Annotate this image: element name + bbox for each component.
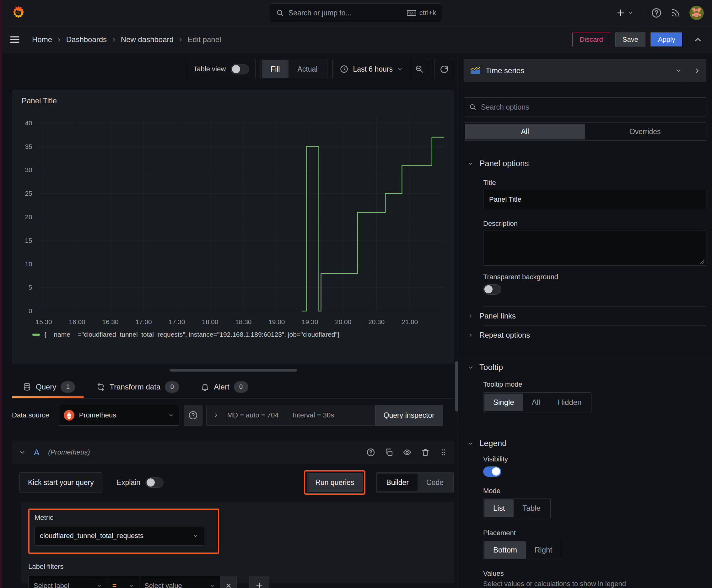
legend-visibility-label: Visibility [483, 455, 706, 463]
query-help-icon[interactable] [366, 448, 375, 457]
legend-mode-label: Mode [483, 487, 706, 495]
legend-mode-list[interactable]: List [484, 499, 514, 517]
filter-tab-all[interactable]: All [465, 124, 585, 140]
time-range-button[interactable]: Last 6 hours [333, 59, 410, 79]
code-option[interactable]: Code [417, 474, 452, 491]
transparent-background-toggle[interactable] [483, 284, 501, 295]
query-row-header[interactable]: A (Prometheus) [12, 441, 454, 464]
news-icon[interactable] [671, 8, 681, 18]
legend-placement-bottom[interactable]: Bottom [484, 541, 526, 559]
tooltip-single-option[interactable]: Single [484, 394, 523, 411]
chart-legend: {__name__="cloudflared_tunnel_total_requ… [33, 331, 450, 338]
add-menu-button[interactable] [616, 8, 633, 17]
tab-transform-count: 0 [165, 381, 179, 393]
filter-tab-overrides[interactable]: Overrides [585, 124, 706, 140]
query-inspector-button[interactable]: Query inspector [375, 405, 443, 426]
tooltip-section-header[interactable]: Tooltip [468, 362, 706, 372]
kick-start-button[interactable]: Kick start your query [19, 472, 102, 492]
discard-button[interactable]: Discard [572, 32, 610, 47]
add-filter-button[interactable] [249, 576, 269, 588]
visualization-value: Time series [486, 66, 524, 75]
breadcrumb-new-dashboard[interactable]: New dashboard [121, 35, 174, 44]
legend-mode-table[interactable]: Table [514, 499, 549, 517]
tab-alert[interactable]: Alert 0 [190, 375, 259, 398]
x-tick-label: 17:00 [135, 318, 152, 326]
x-tick-label: 17:30 [169, 318, 185, 326]
time-series-chart[interactable]: 15:3016:0016:3017:0017:3018:0018:3019:00… [17, 113, 450, 330]
apply-button[interactable]: Apply [650, 32, 683, 47]
remove-filter-button[interactable] [220, 576, 237, 588]
datasource-help-button[interactable] [184, 405, 202, 426]
breadcrumb-dashboards[interactable]: Dashboards [66, 35, 107, 44]
resize-handle-icon[interactable] [699, 258, 705, 264]
select-value-dropdown[interactable]: Select value [139, 576, 220, 588]
search-options-input[interactable]: Search options [464, 97, 706, 117]
chevron-right-icon [694, 67, 701, 74]
options-sidebar: Time series Search options All Overrides [459, 53, 712, 588]
chevron-right-icon [468, 313, 474, 319]
tab-alert-count: 0 [234, 381, 248, 393]
drag-query-icon[interactable] [439, 448, 447, 456]
legend-section-header[interactable]: Legend [468, 439, 706, 448]
duplicate-query-icon[interactable] [385, 448, 393, 457]
tab-query-label: Query [36, 383, 56, 391]
user-avatar[interactable] [689, 6, 704, 20]
query-ref-id[interactable]: A [34, 447, 39, 457]
vertical-scrollbar[interactable] [455, 361, 458, 412]
table-view-toggle[interactable] [231, 64, 249, 75]
window-edge [0, 0, 2, 588]
legend-series-marker[interactable] [33, 334, 40, 336]
repeat-options-section[interactable]: Repeat options [468, 326, 706, 344]
legend-visibility-toggle[interactable] [483, 466, 501, 477]
tab-transform-data[interactable]: Transform data 0 [86, 375, 190, 398]
panel-title[interactable]: Panel Title [17, 97, 450, 105]
title-field-input[interactable] [483, 190, 706, 209]
fill-option[interactable]: Fill [262, 60, 288, 78]
chevron-down-icon[interactable] [19, 449, 26, 456]
refresh-button[interactable] [434, 59, 454, 79]
panel-options-header[interactable]: Panel options [468, 159, 706, 168]
y-tick-label: 25 [25, 190, 32, 197]
query-editor: A (Prometheus) [12, 441, 454, 583]
description-field-textarea[interactable] [483, 231, 706, 266]
run-queries-button[interactable]: Run queries [307, 473, 363, 492]
metric-select[interactable]: cloudflared_tunnel_total_requests [35, 526, 204, 546]
zoom-out-button[interactable] [410, 59, 429, 79]
select-label-dropdown[interactable]: Select label [28, 576, 107, 588]
datasource-picker[interactable]: Prometheus [58, 405, 180, 426]
query-toolbar: Kick start your query Explain Run querie… [12, 470, 454, 495]
help-icon[interactable] [651, 7, 662, 18]
hide-query-icon[interactable] [403, 448, 412, 457]
grafana-logo-icon[interactable] [11, 5, 26, 21]
legend-series-label[interactable]: {__name__="cloudflared_tunnel_total_requ… [44, 331, 340, 338]
query-options-bar[interactable]: MD = auto = 704 Interval = 30s Query ins… [206, 405, 443, 426]
actual-option[interactable]: Actual [288, 60, 326, 78]
tab-query[interactable]: Query 1 [12, 375, 86, 398]
y-tick-label: 20 [25, 213, 32, 220]
description-field-label: Description [483, 219, 706, 228]
y-tick-label: 5 [28, 284, 33, 291]
panel-resize-handle[interactable] [170, 369, 297, 372]
tooltip-hidden-option[interactable]: Hidden [549, 394, 590, 411]
visualization-select[interactable]: Time series [464, 59, 688, 82]
explain-toggle[interactable] [145, 478, 164, 488]
breadcrumb-home[interactable]: Home [32, 35, 52, 44]
save-button[interactable]: Save [615, 32, 645, 47]
tooltip-all-option[interactable]: All [523, 394, 549, 411]
time-series-viz-icon [470, 67, 481, 75]
legend-placement-right[interactable]: Right [526, 541, 561, 559]
builder-option[interactable]: Builder [377, 474, 417, 491]
global-search[interactable]: Search or jump to... ctrl+k [270, 3, 442, 22]
menu-icon[interactable] [9, 34, 20, 45]
viz-suggestions-button[interactable] [688, 59, 706, 82]
chevron-down-icon [192, 533, 199, 539]
panel-links-section[interactable]: Panel links [468, 307, 706, 326]
label-filters-label: Label filters [28, 563, 454, 571]
operator-dropdown[interactable]: = [107, 576, 139, 588]
series-line[interactable] [302, 137, 444, 311]
plus-icon [255, 582, 263, 588]
chevron-down-icon [397, 66, 403, 72]
panel-preview: Panel Title 15:3016:0016:3017:0017:3018:… [12, 90, 454, 364]
delete-query-icon[interactable] [421, 448, 430, 457]
collapse-header-icon[interactable] [693, 35, 703, 44]
